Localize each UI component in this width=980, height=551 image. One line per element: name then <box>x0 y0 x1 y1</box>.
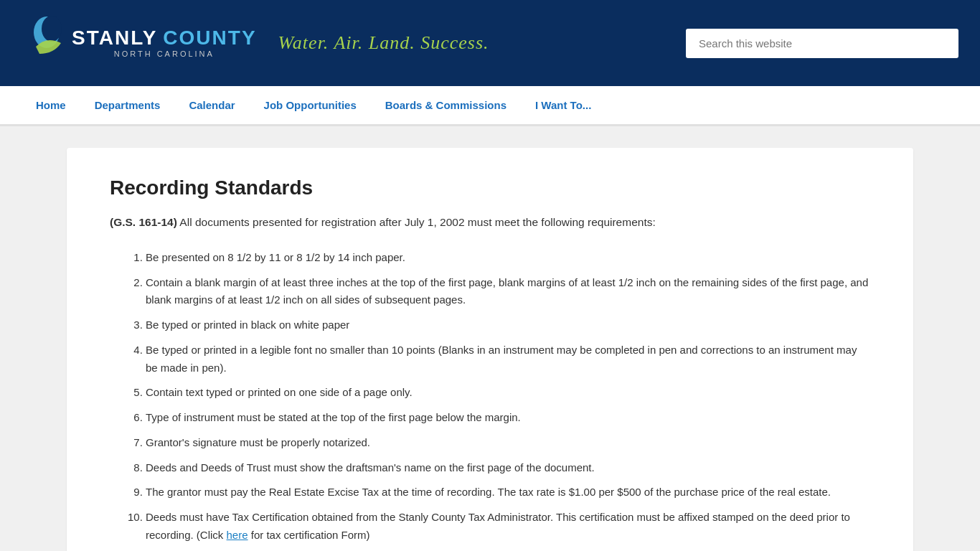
nav-link-calendar[interactable]: Calendar <box>174 86 249 124</box>
requirement-item: Deeds and Deeds of Trust must show the d… <box>146 459 870 477</box>
nav-item-home: Home <box>22 86 80 124</box>
nav-link-departments[interactable]: Departments <box>80 86 175 124</box>
intro-bold: (G.S. 161-14) <box>110 216 177 228</box>
requirement-item: Be typed or printed in black on white pa… <box>146 316 870 334</box>
page-wrapper: Recording Standards (G.S. 161-14) All do… <box>0 126 980 551</box>
site-header: STANLY COUNTY NORTH CAROLINA Water. Air.… <box>0 0 980 86</box>
nav-item-departments: Departments <box>80 86 175 124</box>
requirement-item: Grantor's signature must be properly not… <box>146 434 870 452</box>
requirement-item: Be typed or printed in a legible font no… <box>146 342 870 377</box>
nav-item-calendar: Calendar <box>174 86 249 124</box>
main-nav: Home Departments Calendar Job Opportunit… <box>0 86 980 126</box>
requirement-item: Type of instrument must be stated at the… <box>146 409 870 427</box>
logo-nc-text: NORTH CAROLINA <box>72 50 257 58</box>
tax-certification-link[interactable]: here <box>227 529 248 541</box>
requirement-item: Contain text typed or printed on one sid… <box>146 384 870 402</box>
logo-text: STANLY COUNTY NORTH CAROLINA <box>72 28 257 58</box>
intro-paragraph: (G.S. 161-14) All documents presented fo… <box>110 214 870 232</box>
nav-list: Home Departments Calendar Job Opportunit… <box>22 86 958 124</box>
requirement-item: Contain a blank margin of at least three… <box>146 274 870 310</box>
logo-icon <box>22 14 72 72</box>
nav-link-iwantto[interactable]: I Want To... <box>521 86 606 124</box>
logo-area: STANLY COUNTY NORTH CAROLINA Water. Air.… <box>22 14 489 72</box>
nav-link-jobs[interactable]: Job Opportunities <box>250 86 371 124</box>
content-card: Recording Standards (G.S. 161-14) All do… <box>67 148 913 551</box>
nav-item-jobs: Job Opportunities <box>250 86 371 124</box>
intro-body: All documents presented for registration… <box>179 216 655 228</box>
requirement-item: The grantor must pay the Real Estate Exc… <box>146 484 870 501</box>
requirement-item: Be presented on 8 1/2 by 11 or 8 1/2 by … <box>146 249 870 267</box>
logo-stanly-text: STANLY <box>72 28 157 48</box>
logo-tagline: Water. Air. Land. Success. <box>278 32 489 54</box>
search-input[interactable] <box>686 29 958 58</box>
nav-link-boards[interactable]: Boards & Commissions <box>371 86 521 124</box>
nav-item-iwantto: I Want To... <box>521 86 606 124</box>
svg-point-1 <box>42 16 62 42</box>
nav-item-boards: Boards & Commissions <box>371 86 521 124</box>
requirements-list: Be presented on 8 1/2 by 11 or 8 1/2 by … <box>124 249 870 545</box>
page-title: Recording Standards <box>110 176 870 199</box>
nav-link-home[interactable]: Home <box>22 86 80 124</box>
logo-county-text: COUNTY <box>163 28 256 48</box>
search-area <box>686 29 958 58</box>
requirement-item: Deeds must have Tax Certification obtain… <box>146 509 870 545</box>
